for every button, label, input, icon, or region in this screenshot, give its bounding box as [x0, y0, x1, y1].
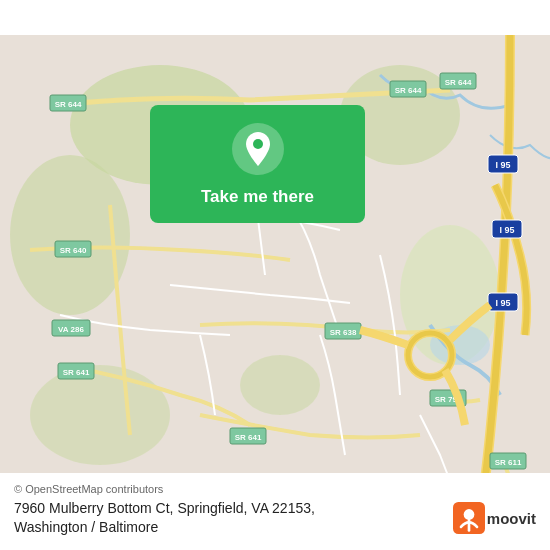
map-background: SR 644 SR 644 SR 644 I 95 I 95 I 95 SR 6…: [0, 0, 550, 550]
svg-text:SR 638: SR 638: [330, 328, 357, 337]
svg-text:I 95: I 95: [499, 225, 514, 235]
location-card[interactable]: Take me there: [150, 105, 365, 223]
svg-text:SR 644: SR 644: [55, 100, 82, 109]
svg-text:SR 644: SR 644: [445, 78, 472, 87]
svg-point-5: [240, 355, 320, 415]
take-me-there-button[interactable]: Take me there: [201, 187, 314, 207]
moovit-logo: moovit: [453, 502, 536, 534]
bottom-bar: © OpenStreetMap contributors 7960 Mulber…: [0, 473, 550, 550]
svg-text:SR 640: SR 640: [60, 246, 87, 255]
map-container: SR 644 SR 644 SR 644 I 95 I 95 I 95 SR 6…: [0, 0, 550, 550]
svg-text:I 95: I 95: [495, 298, 510, 308]
svg-text:I 95: I 95: [495, 160, 510, 170]
svg-text:SR 641: SR 641: [235, 433, 262, 442]
svg-point-6: [30, 365, 170, 465]
svg-text:VA 286: VA 286: [58, 325, 84, 334]
svg-point-40: [463, 510, 474, 521]
address-line2: Washington / Baltimore: [14, 519, 158, 535]
moovit-text: moovit: [487, 510, 536, 527]
svg-point-38: [253, 139, 263, 149]
attribution: © OpenStreetMap contributors: [14, 483, 536, 495]
moovit-icon: [453, 502, 485, 534]
address-text: 7960 Mulberry Bottom Ct, Springfield, VA…: [14, 499, 315, 538]
svg-text:SR 641: SR 641: [63, 368, 90, 377]
pin-icon: [244, 132, 272, 166]
svg-text:SR 611: SR 611: [495, 458, 522, 467]
address-row: 7960 Mulberry Bottom Ct, Springfield, VA…: [14, 499, 536, 538]
attribution-text: © OpenStreetMap contributors: [14, 483, 163, 495]
pin-icon-wrapper: [232, 123, 284, 175]
address-line1: 7960 Mulberry Bottom Ct, Springfield, VA…: [14, 500, 315, 516]
svg-text:SR 644: SR 644: [395, 86, 422, 95]
